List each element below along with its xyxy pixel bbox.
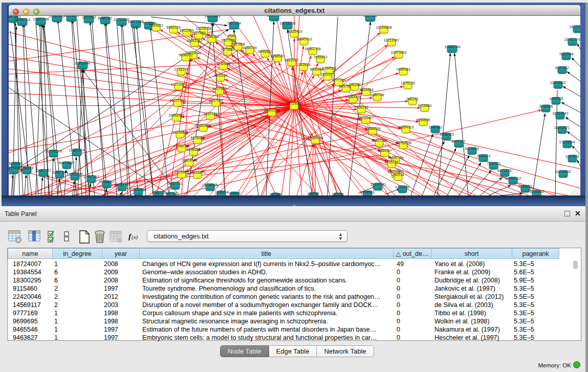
svg-text:10719155: 10719155 <box>113 18 129 21</box>
svg-text:10973493: 10973493 <box>390 51 406 54</box>
svg-text:18640910: 18640910 <box>296 37 312 41</box>
svg-text:18300295: 18300295 <box>264 108 279 112</box>
svg-text:15325419: 15325419 <box>286 30 302 33</box>
svg-text:2603144: 2603144 <box>213 74 227 77</box>
svg-text:10154808: 10154808 <box>376 26 391 29</box>
svg-text:6794028: 6794028 <box>322 67 336 70</box>
svg-text:15127503: 15127503 <box>569 25 580 29</box>
svg-text:16210643: 16210643 <box>552 112 568 115</box>
svg-text:7632621: 7632621 <box>487 162 500 165</box>
svg-text:8813054: 8813054 <box>267 16 280 17</box>
svg-text:2935114: 2935114 <box>477 154 491 158</box>
svg-text:12033822: 12033822 <box>550 81 565 84</box>
svg-text:1575135: 1575135 <box>401 81 415 85</box>
svg-text:7955812: 7955812 <box>313 55 327 59</box>
svg-text:2867608: 2867608 <box>231 42 245 46</box>
svg-text:7485083: 7485083 <box>396 68 410 71</box>
svg-text:165902: 165902 <box>228 191 240 195</box>
svg-text:10240532: 10240532 <box>555 170 571 173</box>
svg-text:9517004: 9517004 <box>209 99 223 102</box>
svg-text:19166825: 19166825 <box>172 130 188 134</box>
svg-text:987701: 987701 <box>165 192 177 195</box>
svg-text:1995720: 1995720 <box>151 191 165 194</box>
svg-text:9115460: 9115460 <box>418 104 432 107</box>
svg-text:15692971: 15692971 <box>554 126 570 129</box>
svg-text:8466160: 8466160 <box>98 16 112 20</box>
svg-text:8427552: 8427552 <box>212 87 226 91</box>
svg-text:8960124: 8960124 <box>166 26 180 29</box>
svg-text:15809948: 15809948 <box>181 159 197 162</box>
svg-text:746266: 746266 <box>349 83 360 86</box>
svg-text:12213967: 12213967 <box>383 38 399 42</box>
svg-text:19654985: 19654985 <box>168 114 184 117</box>
svg-text:18807249: 18807249 <box>371 139 387 142</box>
svg-text:1156829: 1156829 <box>20 166 34 170</box>
svg-text:3822037: 3822037 <box>285 58 298 62</box>
svg-text:9227342: 9227342 <box>555 66 569 70</box>
svg-text:1167533: 1167533 <box>565 155 579 158</box>
svg-text:1527602: 1527602 <box>82 16 96 19</box>
svg-text:2446204: 2446204 <box>214 190 228 194</box>
svg-text:252214: 252214 <box>392 173 404 177</box>
svg-text:6899695: 6899695 <box>416 118 430 122</box>
svg-text:9245652: 9245652 <box>518 185 532 188</box>
svg-text:7957224: 7957224 <box>227 21 241 25</box>
svg-text:16782759: 16782759 <box>114 183 130 187</box>
svg-text:16914473: 16914473 <box>189 171 205 174</box>
svg-text:9084067: 9084067 <box>378 149 391 152</box>
svg-text:9085061: 9085061 <box>9 162 23 165</box>
svg-text:8454749: 8454749 <box>243 46 256 50</box>
svg-text:20364436: 20364436 <box>345 95 361 99</box>
svg-text:17957253: 17957253 <box>83 175 99 179</box>
svg-text:9498222: 9498222 <box>186 148 200 151</box>
svg-text:10543382: 10543382 <box>186 39 202 42</box>
svg-text:9646821: 9646821 <box>258 50 272 53</box>
svg-text:2718176: 2718176 <box>174 68 188 71</box>
svg-text:19218506: 19218506 <box>279 21 295 25</box>
svg-text:(x): (x) <box>132 234 138 240</box>
svg-text:9694563: 9694563 <box>360 190 374 194</box>
svg-text:19565462: 19565462 <box>49 16 64 18</box>
svg-text:17016504: 17016504 <box>559 140 575 144</box>
svg-text:9457791: 9457791 <box>168 182 182 185</box>
svg-text:9896072: 9896072 <box>179 53 192 57</box>
svg-text:946162: 946162 <box>406 97 418 101</box>
svg-text:8186323: 8186323 <box>205 35 219 38</box>
svg-text:1388520: 1388520 <box>270 54 284 58</box>
svg-text:1640951: 1640951 <box>428 125 442 129</box>
svg-text:8938923: 8938923 <box>440 133 453 136</box>
svg-text:22691406: 22691406 <box>33 17 49 21</box>
svg-text:20206576: 20206576 <box>46 149 61 153</box>
svg-text:9474444: 9474444 <box>465 147 478 150</box>
svg-text:7663822: 7663822 <box>149 24 163 27</box>
svg-text:3875685: 3875685 <box>221 48 234 51</box>
svg-text:10756928: 10756928 <box>395 141 411 145</box>
svg-text:8578352: 8578352 <box>190 136 204 140</box>
svg-text:6479197: 6479197 <box>451 140 465 143</box>
svg-text:9329996: 9329996 <box>559 52 573 56</box>
svg-text:16961758: 16961758 <box>304 47 320 51</box>
svg-text:19384554: 19384554 <box>307 136 323 140</box>
svg-text:1621072: 1621072 <box>320 73 334 76</box>
svg-text:9327500: 9327500 <box>191 31 205 35</box>
svg-text:10054112: 10054112 <box>506 177 521 180</box>
svg-text:13736485: 13736485 <box>202 183 217 187</box>
svg-text:10653287: 10653287 <box>63 16 79 17</box>
svg-text:14055714: 14055714 <box>14 18 30 21</box>
svg-text:7625402: 7625402 <box>175 170 188 174</box>
svg-text:18046786: 18046786 <box>173 144 189 148</box>
svg-text:12353584: 12353584 <box>195 124 211 127</box>
svg-text:16033809: 16033809 <box>204 16 220 18</box>
svg-text:1244418: 1244418 <box>549 97 563 100</box>
svg-text:8471676: 8471676 <box>497 169 511 172</box>
svg-text:107534: 107534 <box>269 192 281 195</box>
svg-text:12342757: 12342757 <box>35 169 51 172</box>
svg-text:7386372: 7386372 <box>354 105 368 109</box>
svg-text:1362615: 1362615 <box>296 63 310 67</box>
svg-text:3215956: 3215956 <box>539 104 553 108</box>
svg-text:15751074: 15751074 <box>564 38 580 41</box>
svg-text:3824554: 3824554 <box>359 88 373 92</box>
svg-text:16671355: 16671355 <box>127 20 143 24</box>
svg-text:16320746: 16320746 <box>387 156 403 160</box>
svg-text:12923448: 12923448 <box>130 188 146 191</box>
